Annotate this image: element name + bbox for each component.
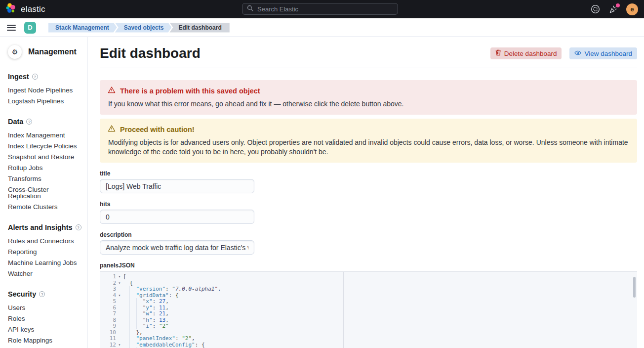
question-circle-icon: ? (26, 119, 32, 125)
sidebar-section-title: Alerts and Insights? (8, 223, 83, 231)
hits-field[interactable] (100, 210, 254, 224)
sidebar-sections: Ingest?Ingest Node PipelinesLogstash Pip… (8, 73, 83, 344)
sidebar-header: ⚙ Management (8, 45, 83, 59)
sidebar-item-transforms[interactable]: Transforms (8, 175, 83, 182)
code-line: 3 "version": "7.0.0-alpha1", (100, 286, 637, 293)
breadcrumb-saved-objects[interactable]: Saved objects (115, 23, 172, 33)
line-number: 5 (100, 299, 116, 305)
page-title: Edit dashboard (100, 45, 201, 61)
space-badge[interactable]: D (24, 22, 36, 34)
help-icon[interactable] (590, 4, 601, 15)
code-line: 9 "i": "2" (100, 323, 637, 330)
question-circle-icon: ? (76, 224, 81, 230)
sidebar-item-rollup-jobs[interactable]: Rollup Jobs (8, 165, 83, 171)
sidebar-item-ingest-node-pipelines[interactable]: Ingest Node Pipelines (8, 87, 83, 93)
title-field-label: title (100, 170, 637, 177)
sidebar-item-remote-clusters[interactable]: Remote Clusters (8, 204, 83, 210)
notification-dot (616, 3, 620, 7)
sidebar-item-api-keys[interactable]: API keys (8, 326, 83, 333)
code-line: 12▾ "embeddableConfig": { (100, 342, 637, 348)
hits-field-label: hits (100, 201, 637, 208)
code-line: 1▾[ (100, 274, 637, 280)
sidebar-item-index-management[interactable]: Index Management (8, 132, 83, 138)
header-divider (100, 68, 637, 68)
sidebar-item-machine-learning-jobs[interactable]: Machine Learning Jobs (8, 260, 83, 266)
editor-scrollbar[interactable] (633, 277, 636, 298)
line-number: 11 (100, 336, 116, 342)
sidebar-item-reporting[interactable]: Reporting (8, 249, 83, 255)
error-callout-body: If you know what this error means, go ah… (108, 99, 629, 109)
sidebar-item-index-lifecycle-policies[interactable]: Index Lifecycle Policies (8, 143, 83, 149)
sidebar-section-title: Data? (8, 118, 83, 126)
menu-icon[interactable] (4, 20, 19, 35)
title-field[interactable] (100, 179, 254, 193)
line-number: 9 (100, 323, 116, 330)
code-line: 4▾ "gridData": { (100, 293, 637, 299)
line-number: 7 (100, 311, 116, 317)
gear-icon: ⚙ (8, 45, 22, 59)
line-number: 1 (100, 274, 116, 280)
delete-dashboard-button[interactable]: Delete dashboard (490, 47, 562, 59)
warning-callout-title: Proceed with caution! (120, 126, 195, 133)
hits-field-group: hits (100, 201, 637, 224)
fold-toggle-icon[interactable]: ▾ (116, 293, 123, 299)
sidebar-section-title: Security? (8, 290, 83, 298)
code-line: 5 "x": 27, (100, 299, 637, 305)
sidebar-item-users[interactable]: Users (8, 304, 83, 311)
code-line: 8 "h": 13, (100, 317, 637, 324)
sidebar-item-watcher[interactable]: Watcher (8, 270, 83, 277)
elastic-logo-icon (6, 3, 16, 15)
kibana-app: elastic (0, 0, 644, 348)
warning-triangle-icon (108, 125, 116, 134)
breadcrumb-stack-management[interactable]: Stack Management (48, 23, 117, 33)
breadcrumb-edit-dashboard: Edit dashboard (169, 23, 229, 33)
top-header-bar: elastic (0, 0, 644, 18)
sidebar-item-logstash-pipelines[interactable]: Logstash Pipelines (8, 98, 83, 104)
newsfeed-icon[interactable] (608, 4, 619, 15)
elastic-brand[interactable]: elastic (6, 3, 45, 15)
question-circle-icon: ? (32, 74, 38, 80)
line-number: 3 (100, 286, 116, 293)
panels-json-group: panelsJSON 1▾[2▾ {3 "version": "7.0.0-al… (100, 262, 637, 348)
search-icon (247, 4, 253, 13)
sidebar-item-snapshot-and-restore[interactable]: Snapshot and Restore (8, 154, 83, 160)
warning-triangle-icon (108, 86, 116, 95)
fold-toggle-icon[interactable]: ▾ (116, 342, 123, 348)
sidebar-item-roles[interactable]: Roles (8, 315, 83, 322)
sidebar-title: Management (28, 47, 77, 56)
sidebar-item-rules-and-connectors[interactable]: Rules and Connectors (8, 238, 83, 244)
panels-json-label: panelsJSON (100, 262, 637, 269)
sidebar-section-title: Ingest? (8, 73, 83, 81)
trash-icon (495, 49, 501, 57)
search-input[interactable] (257, 5, 393, 13)
description-field[interactable] (100, 240, 254, 255)
sidebar-item-cross-cluster-replication[interactable]: Cross-Cluster Replication (8, 186, 83, 199)
breadcrumb-bar: D Stack ManagementSaved objectsEdit dash… (0, 18, 644, 37)
code-lines: 1▾[2▾ {3 "version": "7.0.0-alpha1",4▾ "g… (100, 274, 637, 348)
view-dashboard-button[interactable]: View dashboard (569, 47, 637, 59)
description-field-group: description (100, 231, 637, 255)
panels-json-editor[interactable]: 1▾[2▾ {3 "version": "7.0.0-alpha1",4▾ "g… (100, 271, 637, 348)
user-avatar[interactable]: e (626, 3, 638, 15)
title-field-group: title (100, 170, 637, 193)
code-line: 6 "y": 11, (100, 305, 637, 311)
brand-name: elastic (21, 4, 45, 14)
fold-toggle-icon[interactable]: ▾ (116, 274, 123, 280)
global-search[interactable] (242, 3, 398, 15)
warning-callout-body: Modifying objects is for advanced users … (108, 138, 629, 157)
fold-toggle-icon[interactable]: ▾ (116, 280, 123, 287)
print-margin (343, 272, 344, 348)
code-line: 7 "w": 21, (100, 311, 637, 317)
question-circle-icon: ? (39, 291, 45, 297)
management-sidebar: ⚙ Management Ingest?Ingest Node Pipeline… (0, 37, 87, 348)
error-callout: There is a problem with this saved objec… (100, 80, 637, 115)
description-field-label: description (100, 231, 637, 238)
breadcrumbs: Stack ManagementSaved objectsEdit dashbo… (48, 23, 230, 33)
eye-icon (574, 49, 581, 58)
main-content: Edit dashboard Delete dashboard (87, 37, 644, 348)
sidebar-item-role-mappings[interactable]: Role Mappings (8, 337, 83, 344)
error-callout-title: There is a problem with this saved objec… (120, 87, 260, 95)
warning-callout: Proceed with caution! Modifying objects … (100, 119, 637, 163)
